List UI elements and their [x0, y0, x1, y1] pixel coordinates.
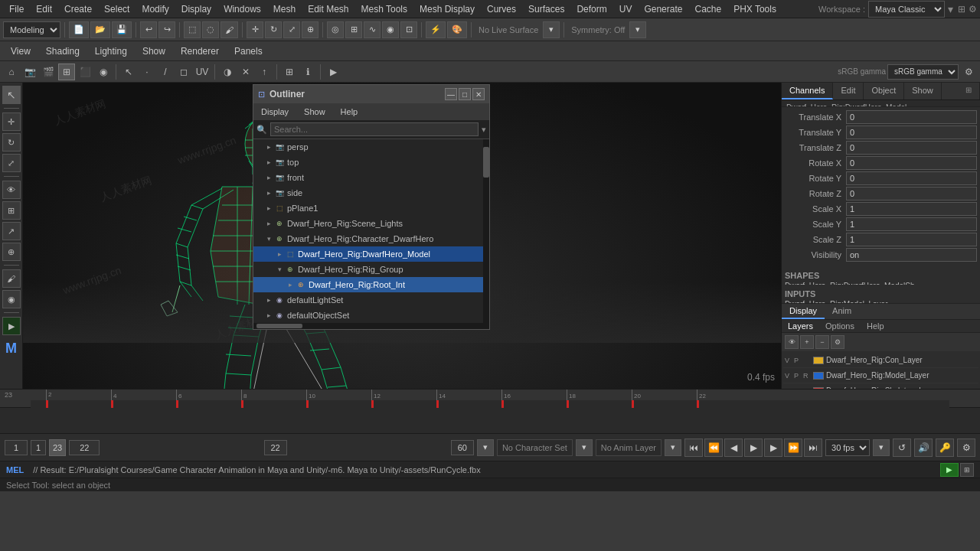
attr-value-vis[interactable]: [846, 248, 977, 262]
history-btn[interactable]: ⚡: [426, 21, 446, 38]
step-fwd-btn[interactable]: ⏩: [784, 439, 802, 457]
viewport[interactable]: 人人素材网 www.rrjpg.cn 人人素材网 人人素材网 www.rrjpg…: [23, 83, 781, 389]
snap-grid-btn[interactable]: ⊞: [345, 21, 362, 38]
uv-btn[interactable]: UV: [194, 64, 211, 80]
next-frame-btn[interactable]: ▶: [764, 439, 782, 457]
attr-value-sz[interactable]: [846, 233, 977, 246]
wireframe-btn[interactable]: ⊞: [58, 64, 75, 80]
top-expander[interactable]: ▸: [264, 158, 273, 166]
go-start-btn[interactable]: ⏮: [684, 439, 703, 457]
menu-modify[interactable]: Modify: [136, 2, 175, 16]
timeline-ruler[interactable]: 23 2 4 6 8 10 12 14 1: [0, 390, 980, 408]
menu-curves[interactable]: Curves: [481, 2, 522, 16]
frame-start-input[interactable]: [5, 440, 28, 455]
universal-btn[interactable]: ⊕: [302, 21, 318, 38]
menu-edit[interactable]: Edit: [30, 2, 58, 16]
tab-edit[interactable]: Edit: [833, 83, 864, 99]
outliner-titlebar[interactable]: ⊡ Outliner — □ ✕: [253, 85, 489, 103]
view-menu-show[interactable]: Show: [135, 44, 173, 58]
root-expander[interactable]: ▸: [286, 281, 295, 289]
tree-item-side[interactable]: ▸ 📷 side: [253, 185, 489, 201]
outliner-maximize-btn[interactable]: □: [459, 88, 471, 100]
isolate-btn[interactable]: ◑: [219, 64, 236, 80]
objectset-expander[interactable]: ▸: [264, 311, 273, 319]
tree-item-front[interactable]: ▸ 📷 front: [253, 170, 489, 185]
fps-dropdown[interactable]: ▾: [873, 439, 890, 456]
snap-curve-btn[interactable]: ∿: [364, 21, 381, 38]
component-btn[interactable]: ◉: [2, 290, 21, 308]
menu-windows[interactable]: Windows: [217, 2, 267, 16]
anim-end-dropdown[interactable]: ▾: [477, 439, 494, 456]
outliner-scrollbar[interactable]: [483, 139, 489, 323]
select-btn[interactable]: ⬚: [184, 21, 201, 38]
r2-tab-display[interactable]: Display: [782, 304, 825, 319]
outliner-minimize-btn[interactable]: —: [445, 88, 457, 100]
menu-file[interactable]: File: [3, 2, 30, 16]
view-menu-view[interactable]: View: [3, 44, 38, 58]
show-hide-btn[interactable]: 👁: [2, 181, 21, 199]
attr-value-sy[interactable]: [846, 217, 977, 231]
pplane-expander[interactable]: ▸: [264, 204, 273, 212]
layer-options-btn[interactable]: ⚙: [831, 335, 844, 349]
outliner-menu-show[interactable]: Show: [296, 106, 333, 118]
step-back-btn[interactable]: ⏪: [704, 439, 723, 457]
lightset-expander[interactable]: ▸: [264, 296, 273, 304]
anim-range-end[interactable]: [264, 440, 287, 455]
outliner-menu-display[interactable]: Display: [253, 106, 296, 118]
redo-btn[interactable]: ↪: [158, 21, 175, 38]
tree-item-scene-lights[interactable]: ▸ ⊕ Dwarf_Hero_Rig:Scene_Lights: [253, 216, 489, 231]
outliner-hscroll[interactable]: [253, 323, 489, 329]
current-frame-display[interactable]: 23: [49, 439, 66, 456]
attr-value-tz[interactable]: [846, 141, 977, 155]
tree-item-model[interactable]: ▸ ⬚ Dwarf_Hero_Rig:DwarfHero_Model: [253, 246, 489, 262]
attr-value-ry[interactable]: [846, 171, 977, 185]
layer-add-btn[interactable]: +: [800, 335, 814, 349]
loop-btn[interactable]: ↺: [893, 439, 911, 457]
grid-btn[interactable]: ⊞: [281, 64, 298, 80]
layout-icon[interactable]: ⊞: [958, 4, 965, 15]
go-end-btn[interactable]: ⏭: [804, 439, 822, 457]
tab-layer-editor[interactable]: ⊞: [958, 83, 980, 99]
rig-expander[interactable]: ▾: [275, 266, 284, 273]
tree-item-persp[interactable]: ▸ 📷 persp: [253, 139, 489, 155]
view-menu-lighting[interactable]: Lighting: [87, 44, 135, 58]
heads-up-btn[interactable]: ℹ: [299, 64, 316, 80]
scene-lights-expander[interactable]: ▸: [264, 220, 273, 227]
tree-item-char-dwarf[interactable]: ▾ ⊕ Dwarf_Hero_Rig:Character_DwarfHero: [253, 231, 489, 246]
r2-tab-anim[interactable]: Anim: [825, 304, 859, 319]
layer-con[interactable]: V P Dwarf_Hero_Rig:Con_Layer: [783, 353, 978, 368]
side-expander[interactable]: ▸: [264, 189, 273, 197]
gamma-settings-btn[interactable]: ⚙: [960, 64, 977, 80]
smooth-btn[interactable]: ◉: [95, 64, 112, 80]
menu-deform[interactable]: Deform: [570, 2, 612, 16]
attr-value-rz[interactable]: [846, 187, 977, 201]
attr-value-tx[interactable]: [846, 110, 977, 124]
char-expander[interactable]: ▾: [264, 235, 273, 243]
layer-delete-btn[interactable]: −: [815, 335, 829, 349]
attr-value-ty[interactable]: [846, 126, 977, 139]
model-expander[interactable]: ▸: [275, 250, 284, 258]
live-surface-btn[interactable]: ▾: [543, 21, 560, 38]
render-settings-btn[interactable]: 🎨: [447, 21, 467, 38]
char-set-dropdown[interactable]: ▾: [576, 439, 593, 456]
render-preview-btn[interactable]: ▶: [325, 64, 341, 80]
menu-phx-tools[interactable]: PHX Tools: [727, 2, 782, 16]
symmetry-btn[interactable]: ▾: [629, 21, 646, 38]
attr-value-sx[interactable]: [846, 202, 977, 216]
rotate-tool-btn[interactable]: ↻: [2, 133, 21, 152]
status-icon-1[interactable]: ⊞: [960, 463, 974, 477]
select-mode-btn[interactable]: ↖: [120, 64, 137, 80]
new-scene-btn[interactable]: 📄: [69, 21, 89, 38]
menu-mesh-display[interactable]: Mesh Display: [413, 2, 481, 16]
move-btn[interactable]: ✛: [247, 21, 263, 38]
search-options-btn[interactable]: ▾: [482, 125, 486, 135]
rs-tab-help[interactable]: Help: [861, 320, 890, 332]
layer-visibility-icon[interactable]: 👁: [785, 335, 799, 349]
audio-btn[interactable]: 🔊: [914, 439, 933, 457]
frame-end-input[interactable]: [69, 440, 100, 455]
frame-input[interactable]: [31, 440, 46, 455]
snap-surface-btn[interactable]: ⊡: [400, 21, 417, 38]
render-btn[interactable]: ▶: [2, 317, 21, 335]
tree-item-objectset[interactable]: ▸ ◉ defaultObjectSet: [253, 308, 489, 323]
film-icon-btn[interactable]: 🎬: [40, 64, 57, 80]
